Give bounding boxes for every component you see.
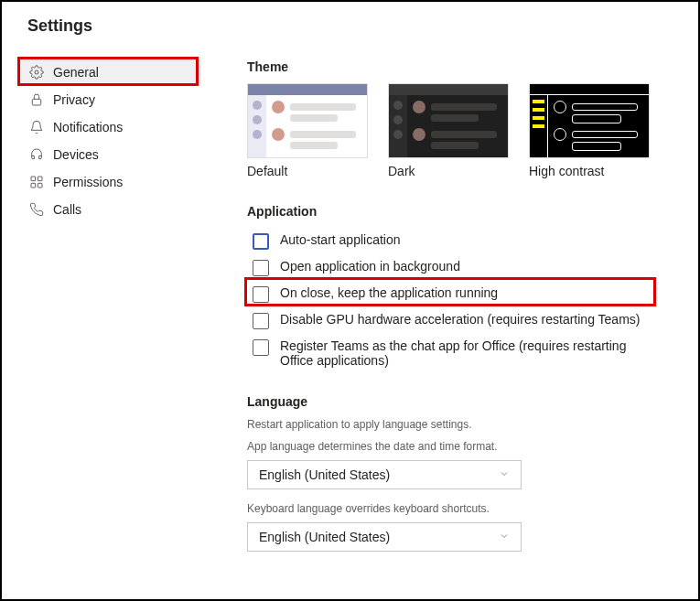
checkbox-label: On close, keep the application running [280,285,498,300]
checkbox-keep-running[interactable]: On close, keep the application running [247,281,671,307]
theme-thumb-hc [529,83,650,158]
sidebar-item-label: Notifications [53,120,123,134]
theme-label: High contrast [529,164,650,178]
phone-icon [29,202,44,217]
sidebar-item-label: General [53,65,99,80]
application-options: Auto-start application Open application … [247,228,671,372]
svg-rect-3 [38,177,42,181]
checkbox-label: Auto-start application [280,232,401,247]
checkbox-icon [253,286,269,303]
theme-high-contrast[interactable]: High contrast [529,83,650,178]
checkbox-label: Disable GPU hardware acceleration (requi… [280,312,640,327]
sidebar-item-general[interactable]: General [20,59,201,85]
sidebar-item-permissions[interactable]: Permissions [20,169,201,195]
checkbox-open-background[interactable]: Open application in background [247,254,671,281]
checkbox-icon [253,260,269,276]
language-restart-note: Restart application to apply language se… [247,418,671,431]
chevron-down-icon [499,530,510,544]
svg-rect-1 [32,99,40,105]
sidebar-item-label: Privacy [53,92,95,107]
app-language-note: App language determines the date and tim… [247,440,671,453]
theme-label: Dark [388,164,509,178]
lock-icon [29,92,44,107]
svg-rect-5 [38,183,42,188]
dropdown-value: English (United States) [259,467,390,482]
svg-rect-4 [31,183,36,188]
checkbox-icon [253,233,269,250]
sidebar-item-notifications[interactable]: Notifications [20,114,201,140]
theme-thumb-default [247,83,368,158]
bell-icon [29,120,44,134]
main-panel: Theme Default Dark [201,43,698,599]
sidebar-item-calls[interactable]: Calls [20,197,201,222]
svg-point-0 [35,70,38,74]
apps-icon [29,175,44,189]
sidebar-item-label: Devices [53,147,99,162]
checkbox-register-chat[interactable]: Register Teams as the chat app for Offic… [247,334,671,372]
svg-rect-2 [31,177,36,181]
headset-icon [29,147,44,162]
keyboard-language-dropdown[interactable]: English (United States) [247,522,522,552]
theme-default[interactable]: Default [247,83,368,178]
theme-options: Default Dark High contrast [247,83,671,178]
theme-dark[interactable]: Dark [388,83,509,178]
language-section: Language Restart application to apply la… [247,394,671,552]
sidebar-item-label: Permissions [53,175,123,189]
gear-icon [29,65,44,80]
chevron-down-icon [499,467,510,482]
dropdown-value: English (United States) [259,530,390,544]
app-language-dropdown[interactable]: English (United States) [247,460,522,489]
checkbox-icon [253,339,269,356]
theme-heading: Theme [247,59,671,74]
checkbox-label: Register Teams as the chat app for Offic… [280,338,628,368]
checkbox-auto-start[interactable]: Auto-start application [247,228,671,254]
theme-thumb-dark [388,83,509,158]
checkbox-icon [253,313,269,329]
checkbox-label: Open application in background [280,259,460,274]
sidebar-item-label: Calls [53,202,81,217]
sidebar-item-privacy[interactable]: Privacy [20,87,201,113]
keyboard-language-note: Keyboard language overrides keyboard sho… [247,502,671,515]
theme-label: Default [247,164,368,178]
checkbox-disable-gpu[interactable]: Disable GPU hardware acceleration (requi… [247,307,671,334]
sidebar-item-devices[interactable]: Devices [20,142,201,167]
application-heading: Application [247,204,671,219]
language-heading: Language [247,394,671,409]
sidebar: General Privacy Notifications [2,43,201,599]
page-title: Settings [2,2,698,43]
